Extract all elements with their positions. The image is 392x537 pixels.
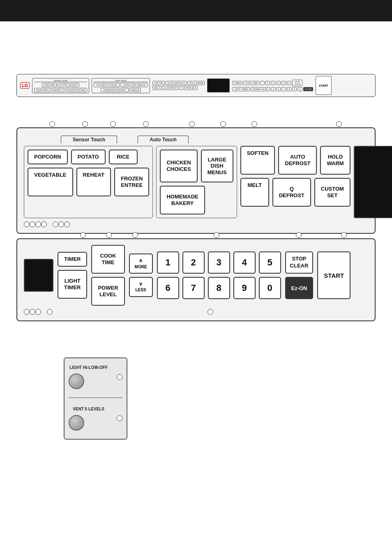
dot-auto-top [251,121,257,127]
mini-sensor-label: Sensor Touch [34,79,87,82]
large-panel-2: TIMER LIGHTTIMER COOKTIME POWERLEVEL ∧MO… [16,238,376,321]
btn-light-timer[interactable]: LIGHTTIMER [58,270,87,299]
btn-ezon[interactable]: Ez-ON [285,277,314,299]
mini-btn-large-dish[interactable]: LARGE DISH MENUS [120,83,148,87]
mini-auto-label: Auto Touch [94,79,148,82]
btn-less[interactable]: ∨LESS [129,277,153,297]
btn-vegetable[interactable]: VEGETABLE [28,168,73,196]
auto-row-2: HOMEMADEBAKERY [160,186,233,214]
mini-btn-start[interactable]: START [316,76,332,95]
mini-btn-popcorn[interactable]: POPCORN [42,83,57,87]
sensor-label: Sensor Touch [61,136,117,143]
dot-bottom-2-3 [35,309,41,315]
dot-bottom-1 [24,221,30,227]
btn-q-defrost[interactable]: QDEFROST [272,178,311,207]
btn-7[interactable]: 7 [182,277,205,299]
btn-more[interactable]: ∧MORE [129,254,153,274]
mini-btn-power-level[interactable]: POWER LEVEL [251,87,270,91]
btn-rice[interactable]: RICE [109,150,138,164]
mini-btn-6[interactable]: 6 [276,87,281,91]
dot-large-top [189,121,195,127]
mini-btn-menus[interactable]: MENUS [129,88,141,92]
soften-row-1: SOFTEN AUTODEFROST HOLDWARM [240,146,350,175]
dot-rice-top [110,121,116,127]
sensor-group: POPCORN POTATO RICE VEGETABLE REHEAT FRO… [24,146,153,218]
mini-btn-up[interactable]: ^ [260,81,265,85]
mini-btn-auto-defrost[interactable]: AUTO DEFROST [166,81,187,85]
mini-btn-frozen-entree[interactable]: FROZEN ENTREE [65,88,87,92]
btn-popcorn[interactable]: POPCORN [28,150,68,164]
mini-btn-potato[interactable]: POTATO [58,83,70,87]
mini-btn-9[interactable]: 9 [292,87,297,91]
mini-btn-hold-warm[interactable]: HOLD WARM [187,81,205,85]
mini-lg-logo: LG [20,82,30,89]
mini-btn-cook-time[interactable]: COOK TIME [243,81,259,85]
mini-btn-7[interactable]: 7 [281,87,286,91]
dot-more-top [132,232,138,238]
btn-4[interactable]: 4 [233,251,256,274]
dot-nums-top [214,232,219,238]
dot-bottom-2 [30,221,35,227]
mini-btn-melt[interactable]: MELT [152,86,161,90]
mini-btn-timer[interactable]: TIMER [232,81,242,85]
btn-chicken-choices[interactable]: CHICKENCHOICES [160,150,197,182]
mini-btn-3[interactable]: 3 [276,81,281,85]
mini-btn-soften[interactable]: SOFTEN [152,81,165,85]
btn-frozen-entree[interactable]: FROZENENTREE [114,168,149,196]
mini-btn-reheat[interactable]: REHEAT [52,88,64,92]
vent-knob[interactable] [69,415,84,431]
bottom-dots-row-2 [24,309,368,315]
mini-btn-rice[interactable]: RICE [71,83,79,87]
btn-9[interactable]: 9 [233,277,256,299]
btn-large-dish[interactable]: LARGEDISHMENUS [201,150,233,182]
btn-cook-time[interactable]: COOKTIME [91,245,125,274]
btn-power-level[interactable]: POWERLEVEL [91,277,125,306]
mini-btn-5[interactable]: 5 [287,81,291,85]
btn-6[interactable]: 6 [157,277,179,299]
btn-start[interactable]: START [317,251,350,299]
btn-2[interactable]: 2 [182,251,205,274]
btn-8[interactable]: 8 [208,277,230,299]
mini-btn-vegetable[interactable]: VEGETABLE [34,88,51,92]
mini-btn-2[interactable]: 2 [271,81,275,85]
mini-btn-ezon[interactable]: Ez-ON [303,87,314,91]
dot-stopclear-top [296,232,302,238]
btn-0[interactable]: 0 [259,277,281,299]
dot-light [117,374,122,380]
btn-custom-set[interactable]: CUSTOMSET [314,178,350,207]
mini-btn-q-defrost[interactable]: Q DEFROST [162,86,179,90]
dot-potato-top [82,121,88,127]
btn-auto-defrost[interactable]: AUTODEFROST [278,146,317,175]
btn-hold-warm[interactable]: HOLDWARM [320,146,350,175]
btn-1[interactable]: 1 [157,251,179,274]
dot-chicken-top [143,121,149,127]
dot-vent [117,415,122,421]
bottom-dots-row-1 [24,221,368,227]
btn-reheat[interactable]: REHEAT [76,168,111,196]
btn-melt[interactable]: MELT [240,178,269,207]
dot-bottom-2-4 [47,309,53,315]
mini-btn-8[interactable]: 8 [287,87,291,91]
mini-btn-1[interactable]: 1 [265,81,270,85]
mini-btn-down[interactable]: v [271,87,275,91]
more-less-group: ∧MORE ∨LESS [129,254,153,297]
dot-soften-top [220,121,226,127]
sensor-row-1: POPCORN POTATO RICE [28,150,149,164]
mini-btn-0[interactable]: 0 [297,87,302,91]
mini-btn-stop-clear[interactable]: STOPCLEAR [292,80,302,86]
btn-soften[interactable]: SOFTEN [240,146,275,175]
mini-btn-custom-set[interactable]: CUSTOM SET [180,86,198,90]
mini-btn-4[interactable]: 4 [281,81,286,85]
btn-potato[interactable]: POTATO [71,150,106,164]
btn-timer[interactable]: TIMER [58,252,87,267]
btn-3[interactable]: 3 [208,251,230,274]
btn-stop-clear[interactable]: STOPCLEAR [285,251,314,274]
mini-btn-light-timer[interactable]: LIGHT TIMER [232,87,250,91]
mini-btn-homemade[interactable]: HOMEMADE BAKERY [101,88,129,92]
light-knob[interactable] [69,373,84,389]
mini-btn-chicken[interactable]: CHICKEN CHOICES [94,83,120,87]
btn-homemade-bakery[interactable]: HOMEMADEBAKERY [160,186,205,214]
section-labels: Sensor Touch Auto Touch [24,136,368,143]
btn-5[interactable]: 5 [259,251,281,274]
dot-bottom-5 [53,221,58,227]
